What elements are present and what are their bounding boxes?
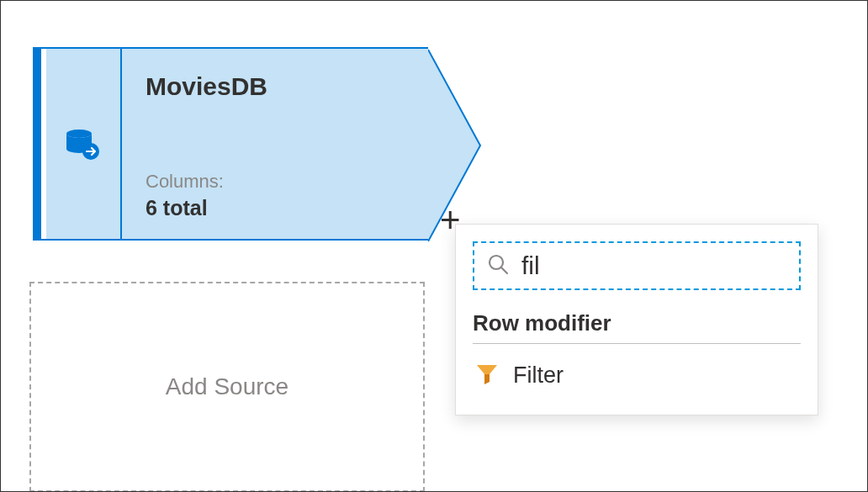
source-node-moviesdb[interactable]: MoviesDB Columns: 6 total (33, 47, 428, 241)
filter-icon (474, 361, 500, 389)
search-icon (486, 252, 510, 279)
svg-point-0 (66, 130, 92, 138)
add-source-placeholder[interactable]: Add Source (29, 282, 425, 492)
transformation-dropdown: Row modifier Filter (455, 224, 818, 415)
node-body: MoviesDB Columns: 6 total (122, 47, 428, 241)
datasource-icon (64, 124, 103, 163)
svg-line-3 (501, 267, 507, 273)
node-columns-value: 6 total (146, 196, 405, 220)
dataflow-canvas: MoviesDB Columns: 6 total + Add Source (1, 1, 867, 491)
menu-item-filter[interactable]: Filter (473, 356, 801, 394)
add-source-label: Add Source (166, 373, 288, 400)
node-selection-stripe (33, 47, 41, 241)
node-icon-column (46, 47, 122, 241)
node-columns-label: Columns: (146, 171, 405, 193)
node-columns-block: Columns: 6 total (146, 171, 405, 220)
menu-item-filter-label: Filter (513, 362, 564, 389)
section-header-row-modifier: Row modifier (473, 310, 801, 344)
transformation-search-input[interactable] (521, 251, 787, 280)
node-title: MoviesDB (146, 72, 405, 101)
transformation-search-box[interactable] (473, 241, 801, 290)
